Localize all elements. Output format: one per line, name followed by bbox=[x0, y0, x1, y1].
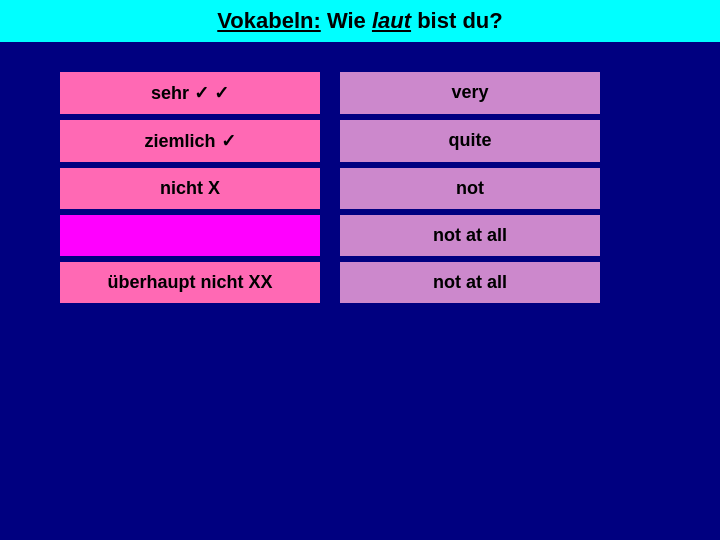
title-vokabeln: Vokabeln: bbox=[217, 8, 321, 33]
english-cell-4: not at all bbox=[340, 215, 600, 256]
german-cell-1: sehr ✓ ✓ bbox=[60, 72, 320, 114]
vocab-row-5: überhaupt nicht XX not at all bbox=[60, 262, 660, 303]
german-cell-4 bbox=[60, 215, 320, 256]
title-laut: laut bbox=[372, 8, 411, 33]
english-cell-5: not at all bbox=[340, 262, 600, 303]
vocab-row-2: ziemlich ✓ quite bbox=[60, 120, 660, 162]
vocab-row-1: sehr ✓ ✓ very bbox=[60, 72, 660, 114]
english-cell-1: very bbox=[340, 72, 600, 114]
title-bar: Vokabeln: Wie laut bist du? bbox=[0, 0, 720, 42]
english-cell-2: quite bbox=[340, 120, 600, 162]
german-cell-3: nicht X bbox=[60, 168, 320, 209]
german-cell-2: ziemlich ✓ bbox=[60, 120, 320, 162]
english-cell-3: not bbox=[340, 168, 600, 209]
vocab-row-3: nicht X not bbox=[60, 168, 660, 209]
vocab-row-4: not at all bbox=[60, 215, 660, 256]
title-wie: Wie bbox=[321, 8, 372, 33]
german-cell-5: überhaupt nicht XX bbox=[60, 262, 320, 303]
content-area: sehr ✓ ✓ very ziemlich ✓ quite nicht X n… bbox=[0, 42, 720, 329]
title-suffix: bist du? bbox=[411, 8, 503, 33]
